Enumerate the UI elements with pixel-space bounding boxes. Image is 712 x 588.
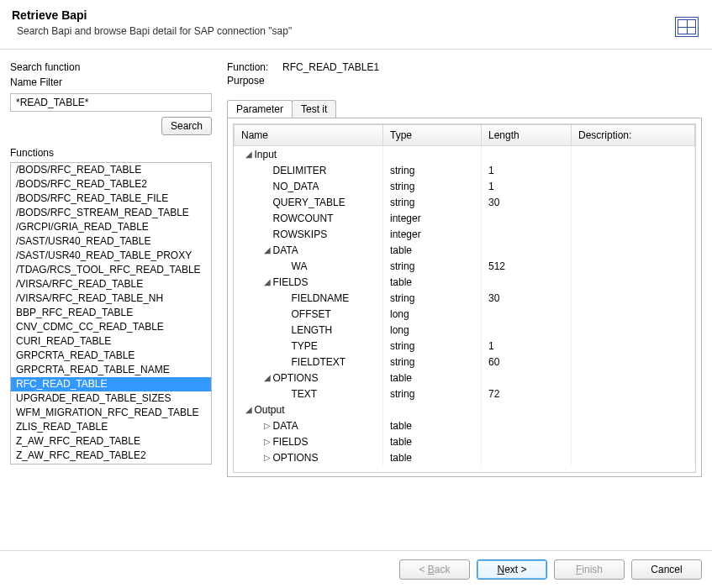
param-description [572, 274, 695, 290]
param-length [482, 242, 572, 258]
table-row[interactable]: TYPEstring1 [235, 338, 695, 354]
table-row[interactable]: NO_DATAstring1 [235, 178, 695, 194]
column-header-description[interactable]: Description: [572, 125, 695, 146]
list-item[interactable]: /BODS/RFC_STREAM_READ_TABLE [11, 206, 211, 220]
function-name-value: RFC_READ_TABLE1 [282, 61, 379, 73]
list-item[interactable]: UPGRADE_READ_TABLE_SIZES [11, 391, 211, 406]
list-item[interactable]: BBP_RFC_READ_TABLE [11, 306, 211, 320]
param-name: DATA [273, 420, 298, 432]
param-name: QUERY_TABLE [273, 197, 345, 208]
tab-parameter[interactable]: Parameter [227, 100, 293, 118]
param-name: LENGTH [292, 324, 333, 336]
page-subtitle: Search Bapi and browse Bapi detail for S… [17, 25, 700, 37]
param-type: string [383, 194, 482, 210]
table-row[interactable]: ROWSKIPSinteger [235, 226, 695, 242]
table-row[interactable]: LENGTHlong [235, 322, 695, 338]
back-button[interactable]: < Back [399, 559, 470, 580]
tree-toggle-icon: ▷ [263, 421, 272, 430]
param-name: OPTIONS [273, 452, 319, 464]
table-row[interactable]: ◢Output [235, 402, 695, 417]
param-description [572, 178, 695, 194]
table-row[interactable]: WAstring512 [235, 258, 695, 274]
list-item[interactable]: /VIRSA/RFC_READ_TABLE [11, 277, 211, 291]
next-button[interactable]: Next > [477, 559, 547, 580]
param-type: table [383, 449, 482, 465]
table-row[interactable]: ROWCOUNTinteger [235, 210, 695, 226]
param-description [572, 338, 695, 354]
param-name: ROWSKIPS [273, 228, 328, 240]
param-description [572, 226, 695, 242]
table-row[interactable]: DELIMITERstring1 [235, 162, 695, 178]
param-type: table [383, 433, 482, 449]
param-type [383, 402, 482, 417]
param-description [572, 386, 695, 402]
param-description [572, 402, 695, 417]
param-type: string [383, 162, 482, 178]
list-item[interactable]: /BODS/RFC_READ_TABLE2 [11, 177, 211, 192]
list-item[interactable]: CNV_CDMC_CC_READ_TABLE [11, 320, 211, 334]
search-button[interactable]: Search [161, 117, 212, 135]
name-filter-input[interactable] [10, 93, 212, 112]
list-item[interactable]: CURI_READ_TABLE [11, 334, 211, 349]
page-title: Retrieve Bapi [12, 8, 700, 22]
tree-toggle-icon: ▷ [263, 453, 272, 462]
table-row[interactable]: ▷FIELDStable [235, 433, 695, 449]
param-length [482, 417, 572, 433]
functions-list[interactable]: /BODS/RFC_READ_TABLE/BODS/RFC_READ_TABLE… [10, 162, 212, 465]
table-row[interactable]: TEXTstring72 [235, 386, 695, 402]
list-item[interactable]: /TDAG/RCS_TOOL_RFC_READ_TABLE [11, 263, 211, 277]
parameter-grid[interactable]: Name Type Length Description: ◢InputDELI… [233, 123, 696, 473]
list-item[interactable]: GRPCRTA_READ_TABLE_NAME [11, 363, 211, 377]
table-row[interactable]: QUERY_TABLEstring30 [235, 194, 695, 210]
column-header-name[interactable]: Name [235, 125, 383, 146]
param-name: DATA [273, 244, 298, 256]
cancel-button[interactable]: Cancel [631, 559, 702, 580]
list-item[interactable]: /BODS/RFC_READ_TABLE [11, 163, 211, 177]
column-header-length[interactable]: Length [482, 125, 572, 146]
list-item[interactable]: /VIRSA/RFC_READ_TABLE_NH [11, 291, 211, 306]
param-type: long [383, 306, 482, 322]
list-item[interactable]: GRPCRTA_READ_TABLE [11, 349, 211, 363]
param-description [572, 258, 695, 274]
list-item[interactable]: Z_TALEND_READ_TABLE [11, 463, 211, 465]
list-item[interactable]: Z_AW_RFC_READ_TABLE2 [11, 449, 211, 463]
functions-list-label: Functions [10, 147, 212, 159]
param-type: string [383, 258, 482, 274]
list-item[interactable]: /SAST/USR40_READ_TABLE_PROXY [11, 249, 211, 263]
param-type: long [383, 322, 482, 338]
table-row[interactable]: ◢DATAtable [235, 242, 695, 258]
param-name: ROWCOUNT [273, 213, 334, 224]
param-name: FIELDS [273, 276, 309, 288]
param-length [482, 449, 572, 465]
tab-test-it[interactable]: Test it [292, 100, 336, 118]
param-name: FIELDNAME [292, 292, 350, 304]
param-type: table [383, 417, 482, 433]
list-item[interactable]: /SAST/USR40_READ_TABLE [11, 234, 211, 249]
list-item[interactable]: RFC_READ_TABLE [11, 377, 211, 391]
list-item[interactable]: ZLIS_READ_TABLE [11, 420, 211, 434]
table-row[interactable]: ▷DATAtable [235, 417, 695, 433]
param-length: 30 [482, 290, 572, 306]
param-length: 72 [482, 386, 572, 402]
finish-button[interactable]: Finish [554, 559, 625, 580]
table-row[interactable]: FIELDNAMEstring30 [235, 290, 695, 306]
table-row[interactable]: ◢Input [235, 146, 695, 163]
param-type [383, 146, 482, 163]
list-item[interactable]: WFM_MIGRATION_RFC_READ_TABLE [11, 406, 211, 420]
wizard-header: Retrieve Bapi Search Bapi and browse Bap… [0, 0, 712, 44]
purpose-label: Purpose [227, 75, 277, 87]
tree-toggle-icon: ◢ [263, 277, 272, 286]
name-filter-label: Name Filter [10, 76, 212, 88]
table-row[interactable]: OFFSETlong [235, 306, 695, 322]
table-row[interactable]: ◢OPTIONStable [235, 370, 695, 386]
table-row[interactable]: FIELDTEXTstring60 [235, 354, 695, 370]
list-item[interactable]: /GRCPI/GRIA_READ_TABLE [11, 220, 211, 234]
tree-toggle-icon: ◢ [245, 150, 253, 159]
table-row[interactable]: ▷OPTIONStable [235, 449, 695, 465]
param-length [482, 433, 572, 449]
table-row[interactable]: ◢FIELDStable [235, 274, 695, 290]
param-length [482, 226, 572, 242]
list-item[interactable]: Z_AW_RFC_READ_TABLE [11, 434, 211, 449]
column-header-type[interactable]: Type [383, 125, 482, 146]
list-item[interactable]: /BODS/RFC_READ_TABLE_FILE [11, 192, 211, 206]
